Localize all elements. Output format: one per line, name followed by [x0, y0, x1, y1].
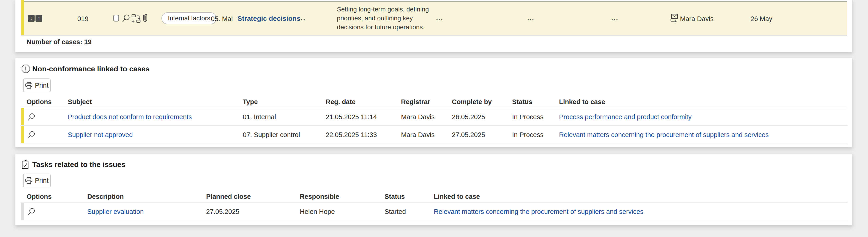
subject-link[interactable]: Supplier not approved	[68, 131, 133, 139]
truncation-dots-2: ...	[436, 14, 443, 22]
paperclip-icon[interactable]	[142, 13, 149, 23]
case-title-link[interactable]: Strategic decisions	[238, 14, 301, 23]
col-header-linked: Linked to case	[434, 193, 480, 200]
tasks-clipboard-icon	[21, 160, 30, 169]
linked-case-link[interactable]: Process performance and product conformi…	[559, 113, 692, 121]
col-header-status: Status	[512, 98, 532, 106]
col-header-plannedclose: Planned close	[206, 193, 251, 200]
col-header-type: Type	[243, 98, 258, 106]
task-description-link[interactable]: Supplier evaluation	[87, 208, 144, 215]
subject-link[interactable]: Product does not conform to requirements	[68, 113, 192, 121]
col-header-subject: Subject	[68, 98, 92, 106]
responsible-cell: Helen Hope	[300, 208, 335, 215]
table-row: Supplier evaluation 27.05.2025 Helen Hop…	[16, 203, 852, 220]
case-select-checkbox[interactable]	[113, 14, 119, 22]
status-cell: In Process	[512, 131, 544, 139]
col-header-linked: Linked to case	[559, 98, 605, 106]
completeby-cell: 26.05.2025	[452, 113, 485, 121]
type-cell: 01. Internal	[243, 113, 276, 121]
open-record-icon[interactable]	[28, 113, 36, 121]
case-date: 05. Mai	[211, 15, 233, 23]
truncation-dots-1: ...	[299, 14, 306, 22]
copy-to-case-icon[interactable]	[131, 14, 141, 23]
printer-icon	[25, 177, 33, 184]
plannedclose-cell: 27.05.2025	[206, 208, 239, 215]
table-row: Product does not conform to requirements…	[16, 108, 852, 126]
status-cell: In Process	[512, 113, 544, 121]
col-header-responsible: Responsible	[300, 193, 339, 200]
linked-case-link[interactable]: Relevant matters concerning the procurem…	[559, 131, 769, 139]
col-header-status: Status	[384, 193, 405, 200]
linked-case-link[interactable]: Relevant matters concerning the procurem…	[434, 208, 644, 215]
status-cell: Started	[384, 208, 406, 215]
table-row: Supplier not approved 07. Supplier contr…	[16, 126, 852, 143]
nonconformance-panel: Non-conformance linked to cases Print Op…	[15, 58, 852, 147]
col-header-options: Options	[27, 98, 52, 106]
col-header-regdate: Reg. date	[326, 98, 356, 106]
warning-icon	[21, 64, 30, 73]
registrar-cell: Mara Davis	[401, 113, 435, 121]
print-button[interactable]: Print	[23, 78, 51, 92]
registrar-cell: Mara Davis	[401, 131, 435, 139]
print-button[interactable]: Print	[23, 174, 51, 188]
regdate-cell: 21.05.2025 11:14	[326, 113, 377, 121]
cases-panel: ↓ ↑ 019 Internal factors 05. Mai Strateg…	[15, 0, 852, 52]
tasks-title: Tasks related to the issues	[32, 160, 125, 169]
category-badge[interactable]: Internal factors	[161, 12, 217, 24]
case-row-stripe	[21, 0, 24, 35]
cases-count: Number of cases: 19	[27, 38, 92, 46]
regdate-cell: 22.05.2025 11:33	[326, 131, 377, 139]
tasks-panel: Tasks related to the issues Print Option…	[15, 154, 852, 225]
type-cell: 07. Supplier control	[243, 131, 300, 139]
case-id: 019	[74, 15, 92, 23]
move-up-button[interactable]: ↑	[35, 15, 42, 22]
move-down-button[interactable]: ↓	[28, 15, 35, 22]
truncation-dots-4: ...	[611, 14, 618, 22]
search-icon[interactable]	[122, 14, 131, 23]
case-deadline: 26 May	[750, 15, 772, 23]
case-responsible: Mara Davis	[680, 15, 714, 23]
category-label: Internal factors	[168, 14, 210, 22]
col-header-completeby: Complete by	[452, 98, 492, 106]
open-record-icon[interactable]	[28, 207, 36, 216]
completeby-cell: 27.05.2025	[452, 131, 485, 139]
print-label: Print	[35, 82, 49, 89]
col-header-description: Description	[87, 193, 124, 200]
open-record-icon[interactable]	[28, 131, 36, 139]
print-label: Print	[35, 177, 49, 184]
col-header-registrar: Registrar	[401, 98, 430, 106]
nonconformance-title: Non-conformance linked to cases	[32, 65, 150, 73]
truncation-dots-3: ...	[527, 14, 534, 22]
case-description: Setting long-term goals, defining priori…	[337, 5, 439, 32]
col-header-options: Options	[27, 193, 52, 200]
row-bottom-border	[21, 35, 847, 35]
send-mail-icon[interactable]	[670, 13, 680, 23]
printer-icon	[25, 82, 33, 89]
